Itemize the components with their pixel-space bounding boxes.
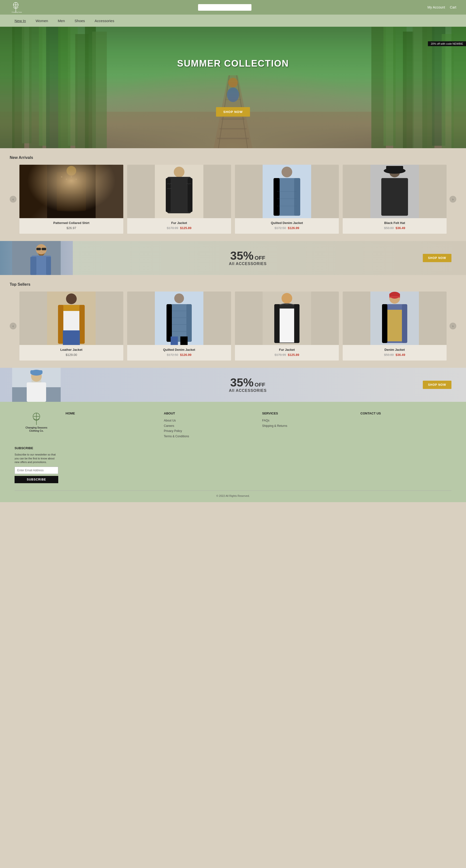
logo-icon: Changing Seasons	[10, 1, 22, 13]
footer-logo-text: Changing Seasons Clothing Co.	[26, 426, 47, 432]
accessories-2-shop-now-button[interactable]: SHOP NOW	[423, 381, 452, 389]
product-name: Denim Jacket	[345, 348, 444, 351]
footer-top: Changing Seasons Clothing Co. HOME ABOUT…	[14, 411, 452, 483]
top-sellers-prev-button[interactable]: ‹	[10, 322, 16, 330]
product-name: Black Felt Hat	[345, 221, 444, 225]
footer-subscribe-title: SUBSCRIBE	[14, 446, 58, 450]
email-input[interactable]	[14, 467, 58, 474]
footer-home-col: HOME	[66, 411, 157, 439]
top-sellers-carousel: ‹ Leather J	[10, 291, 456, 361]
top-sellers-grid: Leather Jacket $129.00	[20, 291, 446, 361]
svg-rect-101	[389, 297, 400, 298]
product-price: $129.00	[22, 353, 121, 356]
search-input[interactable]	[198, 4, 252, 11]
footer-logo-icon	[29, 411, 44, 426]
svg-point-43	[73, 183, 74, 185]
hero-section: SUMMER COLLECTION SHOP NOW	[0, 27, 466, 148]
header-search	[198, 4, 252, 11]
footer-contact-col: CONTACT US	[360, 411, 452, 439]
product-image	[127, 291, 231, 345]
svg-rect-49	[166, 178, 171, 212]
product-card: Denim Jacket $58.80 $36.49	[343, 291, 446, 361]
svg-point-45	[67, 166, 76, 176]
product-price: $178.99 $125.89	[237, 353, 336, 356]
footer: Changing Seasons Clothing Co. HOME ABOUT…	[0, 402, 466, 502]
banner-label: All ACCESSORIES	[80, 261, 415, 266]
my-account-link[interactable]: My Account	[427, 5, 445, 9]
product-name: Fur Jacket	[237, 348, 336, 351]
nav-item-accessories[interactable]: Accessories	[95, 19, 114, 23]
cart-link[interactable]: Cart	[450, 5, 456, 9]
nav-item-women[interactable]: Women	[36, 19, 48, 23]
hero-shop-now-button[interactable]: SHOP NOW	[216, 107, 250, 117]
product-info: Denim Jacket $58.80 $36.49	[343, 345, 446, 361]
product-name: Patterned Collared Shirt	[22, 221, 121, 225]
banner-2-label: All ACCESSORIES	[80, 389, 415, 393]
about-us-link[interactable]: About Us	[164, 418, 255, 424]
nav-item-new[interactable]: New In	[14, 19, 26, 23]
svg-point-39	[71, 176, 72, 178]
promo-banner: 20% off with code NEWBIE	[428, 41, 466, 46]
svg-rect-55	[294, 178, 300, 216]
banner-2-person-image	[0, 368, 73, 402]
banner-person-image	[0, 241, 73, 275]
shipping-link[interactable]: Shipping & Returns	[262, 424, 353, 429]
carousel-next-button[interactable]: ›	[450, 196, 456, 203]
svg-rect-100	[389, 293, 400, 297]
top-sellers-section: Top Sellers ‹	[0, 275, 466, 368]
careers-link[interactable]: Careers	[164, 424, 255, 429]
banner-discount: 35% OFF	[80, 250, 415, 261]
faqs-link[interactable]: FAQs	[262, 418, 353, 424]
banner-2-discount: 35% OFF	[80, 377, 415, 389]
off-text-2: OFF	[255, 382, 265, 388]
svg-point-44	[78, 186, 79, 187]
svg-rect-35	[47, 165, 96, 218]
svg-rect-62	[381, 178, 408, 216]
svg-rect-89	[171, 337, 178, 345]
new-arrivals-section: New Arrivals ‹	[0, 148, 466, 241]
accessories-shop-now-button[interactable]: SHOP NOW	[423, 254, 452, 262]
terms-link[interactable]: Terms & Conditions	[164, 434, 255, 439]
svg-point-74	[66, 293, 77, 304]
svg-point-42	[68, 186, 70, 187]
header: Changing Seasons My Account Cart	[0, 0, 466, 14]
svg-point-38	[66, 179, 67, 180]
product-name: Quilted Denim Jacket	[130, 348, 229, 351]
svg-rect-105	[387, 310, 402, 341]
product-card: Quilted Denim Jacket $172.50 $126.99	[235, 165, 339, 234]
svg-point-81	[174, 293, 184, 303]
svg-rect-113	[27, 382, 46, 402]
svg-rect-72	[46, 257, 51, 275]
footer-copyright: © 2022 All Rights Reserved.	[14, 491, 452, 497]
new-arrivals-title: New Arrivals	[10, 155, 456, 160]
main-nav: New In Women Men Shoes Accessories	[0, 14, 466, 27]
privacy-link[interactable]: Privacy Policy	[164, 429, 255, 434]
product-image	[235, 291, 339, 345]
svg-rect-104	[402, 304, 407, 343]
svg-point-92	[281, 293, 292, 304]
nav-item-men[interactable]: Men	[58, 19, 65, 23]
svg-rect-77	[79, 305, 85, 344]
product-card: Quilted Denim Jacket $172.50 $126.99	[127, 291, 231, 361]
carousel-prev-button[interactable]: ‹	[10, 196, 16, 203]
svg-rect-71	[30, 257, 36, 275]
top-sellers-next-button[interactable]: ›	[450, 322, 456, 330]
footer-services-col: SERVICES FAQs Shipping & Returns	[262, 411, 353, 439]
svg-point-52	[281, 167, 292, 177]
product-card: Fur Jacket $178.99 $125.89	[127, 165, 231, 234]
product-image	[127, 165, 231, 218]
product-price: $58.80 $36.49	[345, 353, 444, 356]
footer-contact-title: CONTACT US	[360, 411, 452, 415]
svg-rect-79	[63, 331, 80, 345]
product-name: Quilted Denim Jacket	[237, 221, 336, 225]
svg-rect-95	[294, 304, 300, 343]
product-image	[343, 165, 446, 218]
nav-item-shoes[interactable]: Shoes	[74, 19, 85, 23]
header-actions: My Account Cart	[427, 5, 456, 9]
svg-point-41	[63, 183, 65, 185]
subscribe-button[interactable]: SUBSCRIBE	[14, 476, 58, 483]
accessories-banner-1: 35% OFF All ACCESSORIES SHOP NOW	[0, 241, 466, 275]
product-info: Patterned Collared Shirt $26.97	[20, 218, 123, 234]
product-card: Fur Jacket $178.99 $125.89	[235, 291, 339, 361]
product-info: Leather Jacket $129.00	[20, 345, 123, 361]
